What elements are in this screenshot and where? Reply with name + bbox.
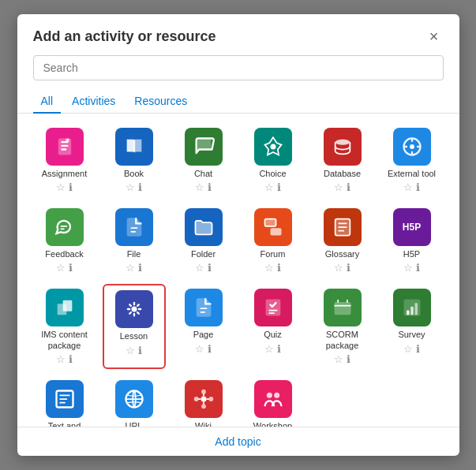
- activity-icon-external-tool: [393, 128, 431, 166]
- activity-controls-survey: ☆ℹ: [403, 344, 420, 354]
- activity-icon-database: [324, 128, 362, 166]
- activity-item-folder[interactable]: Folder☆ℹ: [172, 203, 235, 278]
- activity-label-quiz: Quiz: [264, 330, 282, 340]
- activity-item-database[interactable]: Database☆ℹ: [311, 123, 374, 197]
- activity-item-workshop[interactable]: Workshop☆ℹ: [242, 375, 305, 427]
- info-button-feedback[interactable]: ℹ: [69, 263, 73, 273]
- star-button-ims[interactable]: ☆: [56, 354, 66, 364]
- star-button-h5p[interactable]: ☆: [403, 263, 413, 273]
- star-button-external-tool[interactable]: ☆: [403, 182, 413, 192]
- activity-item-survey[interactable]: Survey☆ℹ: [380, 284, 444, 368]
- activity-controls-glossary: ☆ℹ: [334, 263, 350, 273]
- activity-label-assignment: Assignment: [42, 169, 87, 179]
- info-button-folder[interactable]: ℹ: [208, 263, 212, 273]
- tab-all[interactable]: All: [33, 90, 62, 114]
- info-button-external-tool[interactable]: ℹ: [416, 182, 420, 192]
- star-button-database[interactable]: ☆: [334, 182, 343, 192]
- activity-controls-book: ☆ℹ: [126, 182, 142, 192]
- star-button-scorm[interactable]: ☆: [334, 354, 343, 364]
- activity-icon-lesson: [115, 290, 153, 328]
- activity-controls-lesson: ☆ℹ: [126, 345, 142, 356]
- info-button-database[interactable]: ℹ: [347, 182, 350, 192]
- star-button-folder[interactable]: ☆: [195, 263, 204, 273]
- search-container: [17, 55, 459, 90]
- activity-item-scorm[interactable]: SCORM package☆ℹ: [311, 284, 374, 368]
- star-button-survey[interactable]: ☆: [403, 344, 413, 354]
- star-button-forum[interactable]: ☆: [264, 263, 274, 273]
- star-button-page[interactable]: ☆: [195, 344, 204, 354]
- star-button-feedback[interactable]: ☆: [56, 263, 66, 273]
- star-button-quiz[interactable]: ☆: [264, 344, 274, 354]
- activity-controls-assignment: ☆ℹ: [56, 182, 73, 192]
- star-button-glossary[interactable]: ☆: [334, 263, 343, 273]
- info-button-choice[interactable]: ℹ: [277, 182, 281, 192]
- add-topic-button[interactable]: Add topic: [215, 435, 260, 448]
- star-button-assignment[interactable]: ☆: [56, 182, 66, 192]
- activity-item-book[interactable]: Book☆ℹ: [103, 123, 166, 197]
- svg-point-23: [208, 397, 213, 401]
- info-button-glossary[interactable]: ℹ: [347, 263, 350, 273]
- info-button-survey[interactable]: ℹ: [416, 344, 420, 354]
- info-button-ims[interactable]: ℹ: [69, 354, 73, 364]
- activity-item-page[interactable]: Page☆ℹ: [172, 284, 235, 368]
- info-button-chat[interactable]: ℹ: [208, 182, 212, 192]
- activity-label-file: File: [127, 249, 141, 259]
- activity-icon-book: [115, 128, 153, 166]
- activity-item-feedback[interactable]: Feedback☆ℹ: [33, 203, 96, 278]
- activity-label-workshop: Workshop: [253, 421, 292, 427]
- svg-rect-5: [264, 219, 275, 226]
- info-button-quiz[interactable]: ℹ: [277, 344, 281, 354]
- info-button-h5p[interactable]: ℹ: [416, 263, 420, 273]
- activity-label-glossary: Glossary: [325, 249, 359, 259]
- activity-label-choice: Choice: [259, 169, 286, 179]
- svg-point-3: [335, 140, 350, 145]
- info-button-forum[interactable]: ℹ: [277, 263, 281, 273]
- info-button-page[interactable]: ℹ: [208, 344, 212, 354]
- activity-item-quiz[interactable]: Quiz☆ℹ: [242, 284, 305, 368]
- activity-icon-feedback: [46, 208, 84, 246]
- star-button-chat[interactable]: ☆: [195, 182, 204, 192]
- activity-icon-wiki: [185, 380, 223, 418]
- star-button-file[interactable]: ☆: [126, 263, 135, 273]
- star-button-book[interactable]: ☆: [126, 182, 135, 192]
- activity-item-url[interactable]: URL☆ℹ: [103, 375, 166, 427]
- activity-controls-external-tool: ☆ℹ: [403, 182, 420, 192]
- activity-label-book: Book: [124, 169, 144, 179]
- activity-item-h5p[interactable]: H5PH5P☆ℹ: [380, 203, 444, 278]
- svg-rect-18: [414, 304, 418, 315]
- activity-item-ims[interactable]: IMS content package☆ℹ: [33, 284, 96, 368]
- activity-item-choice[interactable]: Choice☆ℹ: [242, 123, 305, 197]
- star-button-lesson[interactable]: ☆: [126, 345, 135, 356]
- activities-grid: Assignment☆ℹBook☆ℹChat☆ℹChoice☆ℹDatabase…: [33, 123, 444, 427]
- activity-controls-feedback: ☆ℹ: [56, 263, 73, 273]
- close-button[interactable]: ×: [425, 27, 444, 46]
- activity-item-wiki[interactable]: Wiki☆ℹ: [172, 375, 235, 427]
- activity-label-feedback: Feedback: [45, 249, 83, 259]
- activity-item-glossary[interactable]: Glossary☆ℹ: [311, 203, 374, 278]
- info-button-scorm[interactable]: ℹ: [347, 354, 350, 364]
- activity-item-assignment[interactable]: Assignment☆ℹ: [33, 123, 96, 197]
- activity-controls-chat: ☆ℹ: [195, 182, 212, 192]
- info-button-book[interactable]: ℹ: [138, 182, 142, 192]
- activity-icon-quiz: [254, 289, 292, 326]
- activity-label-h5p: H5P: [403, 249, 420, 259]
- info-button-file[interactable]: ℹ: [138, 263, 142, 273]
- activity-item-chat[interactable]: Chat☆ℹ: [172, 123, 235, 197]
- search-input[interactable]: [33, 55, 444, 80]
- star-button-choice[interactable]: ☆: [264, 182, 274, 192]
- tab-activities[interactable]: Activities: [64, 90, 123, 114]
- activity-item-forum[interactable]: Forum☆ℹ: [242, 203, 305, 278]
- activity-controls-ims: ☆ℹ: [56, 354, 73, 364]
- svg-point-2: [270, 144, 275, 150]
- activity-item-file[interactable]: File☆ℹ: [103, 203, 166, 278]
- activity-label-text-media: Text and media area: [36, 421, 93, 427]
- activity-icon-glossary: [324, 208, 362, 246]
- activity-item-text-media[interactable]: Text and media area☆ℹ: [33, 375, 96, 427]
- activity-icon-h5p: H5P: [393, 208, 431, 246]
- svg-point-21: [201, 396, 206, 401]
- activity-item-lesson[interactable]: Lesson☆ℹ: [103, 284, 166, 368]
- info-button-assignment[interactable]: ℹ: [69, 182, 73, 192]
- info-button-lesson[interactable]: ℹ: [138, 345, 142, 356]
- tab-resources[interactable]: Resources: [126, 90, 195, 114]
- activity-item-external-tool[interactable]: External tool☆ℹ: [380, 123, 444, 197]
